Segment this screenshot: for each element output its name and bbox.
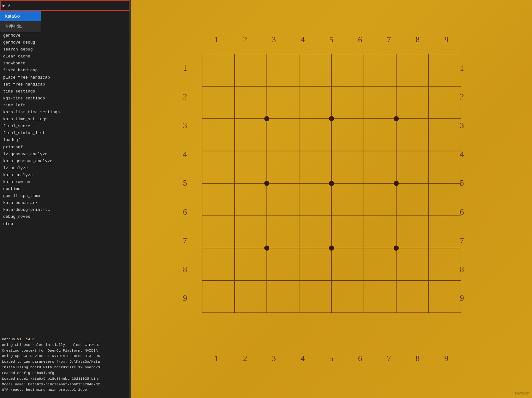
grid-svg [202, 54, 461, 313]
coord-cell: 1 [202, 35, 231, 45]
coord-cell: 7 [374, 354, 403, 363]
log-line: Using Chinese rules initially, unless GT… [2, 342, 128, 348]
log-line: Loaded config sabaki.cfg [2, 370, 128, 376]
coord-cell: 5 [317, 35, 346, 45]
command-item[interactable]: lz-genmove_analyze [1, 151, 128, 158]
command-item[interactable]: set_free_handicap [1, 81, 128, 88]
command-item[interactable]: kata-debug-print-tc [1, 206, 128, 213]
dropdown-menu: KataGo 管理引擎... [0, 11, 41, 32]
coord-cell: 9 [432, 354, 461, 363]
board-container: 123456789 123456789 123456789 123456789 … [131, 0, 532, 398]
coord-cell: 3 [260, 354, 288, 363]
coord-cell: 4 [183, 140, 187, 169]
command-item[interactable]: genmove_debug [1, 39, 128, 46]
coord-left: 123456789 [183, 54, 187, 313]
command-item[interactable]: kata-list_time_settings [1, 109, 128, 116]
coord-cell: 1 [202, 354, 231, 363]
command-item[interactable]: time_left [1, 102, 128, 109]
coord-cell: 6 [346, 354, 374, 363]
log-area: KataGo v1 .14.0Using Chinese rules initi… [0, 335, 129, 398]
coord-cell: 2 [231, 35, 260, 45]
coord-cell: 2 [183, 83, 187, 111]
log-line: Using OpenCL Device 0: NVIDIA GeForce RT… [2, 353, 128, 359]
command-item[interactable]: kata-time_settings [1, 116, 128, 123]
command-item[interactable]: printsgf [1, 144, 128, 151]
toolbar: ▶ ⚡ [0, 0, 129, 11]
coord-cell: 1 [183, 54, 187, 83]
svg-point-21 [264, 181, 269, 186]
right-panel: 123456789 123456789 123456789 123456789 … [131, 0, 532, 398]
svg-point-25 [329, 246, 334, 251]
grid-area [202, 54, 461, 313]
svg-point-19 [329, 116, 334, 121]
coord-cell: 7 [374, 35, 403, 45]
command-item[interactable]: kata-raw-nn [1, 179, 128, 186]
command-item[interactable]: fixed_handicap [1, 67, 128, 74]
play-icon[interactable]: ▶ [3, 3, 5, 8]
board-wrapper: 123456789 123456789 123456789 123456789 [174, 26, 489, 373]
coord-cell: 3 [260, 35, 288, 45]
command-item[interactable]: kata-benchmark [1, 199, 128, 206]
command-item[interactable]: final_score [1, 123, 128, 130]
svg-point-26 [394, 246, 399, 251]
coord-cell: 8 [403, 35, 432, 45]
coord-top: 123456789 [202, 35, 461, 45]
log-line: KataGo v1 .14.0 [2, 336, 128, 342]
command-item[interactable]: genmove [1, 32, 128, 39]
command-item[interactable]: place_free_handicap [1, 74, 128, 81]
log-line: Loaded model kata9x9-b18c384nbt-20231025… [2, 376, 128, 382]
command-item[interactable]: cputime [1, 186, 128, 193]
command-item[interactable]: lz-analyze [1, 165, 128, 172]
coord-cell: 3 [183, 111, 187, 140]
command-item[interactable]: kata-genmove_analyze [1, 158, 128, 165]
log-line: GTP ready, beginning main protocol loop [2, 387, 128, 393]
command-list: genmovegenmove_debugsearch_debugclear_ca… [0, 30, 129, 335]
coord-cell: 5 [183, 169, 187, 198]
dropdown-item-katago[interactable]: KataGo [0, 11, 41, 21]
dropdown-item-manage[interactable]: 管理引擎... [0, 21, 41, 32]
coord-cell: 2 [231, 354, 260, 363]
coord-cell: 9 [432, 35, 461, 45]
command-item[interactable]: search_debug [1, 46, 128, 53]
coord-cell: 8 [403, 354, 432, 363]
bolt-icon[interactable]: ⚡ [8, 3, 10, 8]
coord-cell: 7 [183, 226, 187, 255]
log-line: Creating context for OpenCL Platform: NV… [2, 348, 128, 353]
command-item[interactable]: stop [1, 221, 128, 228]
command-item[interactable]: clear_cache [1, 53, 128, 60]
command-item[interactable]: time_settings [1, 88, 128, 95]
log-line: Loaded tuning parameters from: D:\KataGo… [2, 359, 128, 365]
coord-cell: 9 [183, 284, 187, 312]
coord-cell: 8 [183, 255, 187, 284]
coord-bottom: 123456789 [202, 354, 461, 363]
svg-point-23 [394, 181, 399, 186]
log-line: Model name: kata9x9-b18c384nbt-s66035878… [2, 382, 128, 387]
command-item[interactable]: showboard [1, 60, 128, 67]
coord-cell: 4 [288, 35, 317, 45]
coord-cell: 4 [288, 354, 317, 363]
command-item[interactable]: debug_moves [1, 213, 128, 220]
command-item[interactable]: final_status_list [1, 130, 128, 137]
coord-cell: 6 [346, 35, 374, 45]
command-item[interactable]: gomill-cpu_time [1, 193, 128, 199]
svg-point-20 [394, 116, 399, 121]
log-line: Initializing board with boardXSize 19 bo… [2, 365, 128, 370]
coord-cell: 5 [317, 354, 346, 363]
watermark: znwx.cn [515, 391, 529, 395]
svg-point-18 [264, 116, 269, 121]
command-item[interactable]: loadsgf [1, 137, 128, 144]
command-item[interactable]: kata-analyze [1, 172, 128, 179]
svg-point-24 [264, 246, 269, 251]
coord-cell: 6 [183, 198, 187, 226]
svg-point-22 [329, 181, 334, 186]
left-panel: ▶ ⚡ KataGo 管理引擎... genmovegenmove_debugs… [0, 0, 129, 398]
command-item[interactable]: kgs-time_settings [1, 95, 128, 102]
